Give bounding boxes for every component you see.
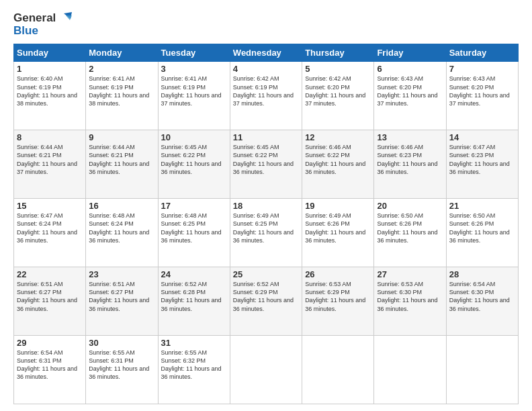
day-info: Sunrise: 6:53 AMSunset: 6:29 PMDaylight:… [305,280,371,313]
day-info: Sunrise: 6:45 AMSunset: 6:22 PMDaylight:… [233,143,299,176]
calendar-cell: 30Sunrise: 6:55 AMSunset: 6:31 PMDayligh… [86,336,158,404]
day-info: Sunrise: 6:47 AMSunset: 6:24 PMDaylight:… [17,212,83,244]
calendar-cell: 29Sunrise: 6:54 AMSunset: 6:31 PMDayligh… [14,336,86,404]
day-number: 15 [17,201,83,211]
day-info: Sunrise: 6:53 AMSunset: 6:30 PMDaylight:… [377,280,443,313]
day-number: 11 [233,132,299,142]
calendar-cell: 13Sunrise: 6:46 AMSunset: 6:23 PMDayligh… [374,130,446,199]
calendar-cell: 15Sunrise: 6:47 AMSunset: 6:24 PMDayligh… [14,199,86,267]
day-number: 24 [161,269,227,279]
calendar-week-1: 1Sunrise: 6:40 AMSunset: 6:19 PMDaylight… [14,62,519,130]
calendar-cell: 20Sunrise: 6:50 AMSunset: 6:26 PMDayligh… [374,199,446,267]
day-info: Sunrise: 6:50 AMSunset: 6:26 PMDaylight:… [449,212,515,244]
day-number: 6 [377,64,443,74]
day-number: 8 [17,132,83,142]
logo-text-general: General [13,12,56,25]
calendar-cell: 21Sunrise: 6:50 AMSunset: 6:26 PMDayligh… [446,199,518,267]
day-number: 23 [89,269,154,279]
col-header-tuesday: Tuesday [158,44,230,62]
day-info: Sunrise: 6:44 AMSunset: 6:21 PMDaylight:… [17,143,83,176]
day-info: Sunrise: 6:51 AMSunset: 6:27 PMDaylight:… [17,280,83,313]
day-number: 31 [161,338,227,348]
day-number: 22 [17,269,83,279]
calendar-cell [302,336,374,404]
calendar-cell: 17Sunrise: 6:48 AMSunset: 6:25 PMDayligh… [158,199,230,267]
day-number: 21 [449,201,515,211]
calendar-week-5: 29Sunrise: 6:54 AMSunset: 6:31 PMDayligh… [14,336,519,404]
calendar-cell: 11Sunrise: 6:45 AMSunset: 6:22 PMDayligh… [230,130,302,199]
day-info: Sunrise: 6:42 AMSunset: 6:20 PMDaylight:… [305,75,371,107]
calendar-cell: 18Sunrise: 6:49 AMSunset: 6:25 PMDayligh… [230,199,302,267]
calendar-cell: 5Sunrise: 6:42 AMSunset: 6:20 PMDaylight… [302,62,374,130]
day-number: 10 [161,132,227,142]
calendar-cell: 2Sunrise: 6:41 AMSunset: 6:19 PMDaylight… [86,62,158,130]
calendar-cell: 25Sunrise: 6:52 AMSunset: 6:29 PMDayligh… [230,267,302,336]
calendar-cell: 6Sunrise: 6:43 AMSunset: 6:20 PMDaylight… [374,62,446,130]
day-number: 16 [89,201,154,211]
calendar-cell: 12Sunrise: 6:46 AMSunset: 6:22 PMDayligh… [302,130,374,199]
calendar-week-3: 15Sunrise: 6:47 AMSunset: 6:24 PMDayligh… [14,199,519,267]
day-info: Sunrise: 6:41 AMSunset: 6:19 PMDaylight:… [161,75,227,107]
day-number: 25 [233,269,299,279]
day-info: Sunrise: 6:52 AMSunset: 6:28 PMDaylight:… [161,280,227,313]
day-number: 9 [89,132,154,142]
day-number: 12 [305,132,371,142]
day-info: Sunrise: 6:48 AMSunset: 6:25 PMDaylight:… [161,212,227,244]
logo-text-blue: Blue [13,25,38,38]
col-header-monday: Monday [86,44,158,62]
day-number: 19 [305,201,371,211]
calendar-cell: 7Sunrise: 6:43 AMSunset: 6:20 PMDaylight… [446,62,518,130]
calendar-week-2: 8Sunrise: 6:44 AMSunset: 6:21 PMDaylight… [14,130,519,199]
day-info: Sunrise: 6:52 AMSunset: 6:29 PMDaylight:… [233,280,299,313]
calendar-cell: 1Sunrise: 6:40 AMSunset: 6:19 PMDaylight… [14,62,86,130]
day-info: Sunrise: 6:42 AMSunset: 6:19 PMDaylight:… [233,75,299,107]
day-info: Sunrise: 6:49 AMSunset: 6:26 PMDaylight:… [305,212,371,244]
calendar-week-4: 22Sunrise: 6:51 AMSunset: 6:27 PMDayligh… [14,267,519,336]
calendar-cell: 27Sunrise: 6:53 AMSunset: 6:30 PMDayligh… [374,267,446,336]
calendar-cell: 22Sunrise: 6:51 AMSunset: 6:27 PMDayligh… [14,267,86,336]
calendar-cell [446,336,518,404]
day-number: 28 [449,269,515,279]
day-number: 17 [161,201,227,211]
day-info: Sunrise: 6:50 AMSunset: 6:26 PMDaylight:… [377,212,443,244]
calendar-cell: 3Sunrise: 6:41 AMSunset: 6:19 PMDaylight… [158,62,230,130]
calendar-cell: 10Sunrise: 6:45 AMSunset: 6:22 PMDayligh… [158,130,230,199]
day-number: 30 [89,338,154,348]
calendar-cell: 23Sunrise: 6:51 AMSunset: 6:27 PMDayligh… [86,267,158,336]
day-number: 5 [305,64,371,74]
day-info: Sunrise: 6:41 AMSunset: 6:19 PMDaylight:… [89,75,154,107]
day-number: 14 [449,132,515,142]
day-info: Sunrise: 6:43 AMSunset: 6:20 PMDaylight:… [377,75,443,107]
col-header-sunday: Sunday [14,44,86,62]
day-info: Sunrise: 6:44 AMSunset: 6:21 PMDaylight:… [89,143,154,176]
calendar-cell: 16Sunrise: 6:48 AMSunset: 6:24 PMDayligh… [86,199,158,267]
calendar-cell: 9Sunrise: 6:44 AMSunset: 6:21 PMDaylight… [86,130,158,199]
day-number: 20 [377,201,443,211]
day-info: Sunrise: 6:54 AMSunset: 6:31 PMDaylight:… [17,349,83,381]
day-info: Sunrise: 6:55 AMSunset: 6:31 PMDaylight:… [89,349,154,381]
day-info: Sunrise: 6:46 AMSunset: 6:23 PMDaylight:… [377,143,443,176]
day-info: Sunrise: 6:46 AMSunset: 6:22 PMDaylight:… [305,143,371,176]
day-number: 2 [89,64,154,74]
day-info: Sunrise: 6:51 AMSunset: 6:27 PMDaylight:… [89,280,154,313]
calendar-table: SundayMondayTuesdayWednesdayThursdayFrid… [13,44,519,404]
calendar-cell: 26Sunrise: 6:53 AMSunset: 6:29 PMDayligh… [302,267,374,336]
header: General Blue [13,12,519,37]
logo: General Blue [13,12,72,37]
calendar-cell [230,336,302,404]
day-number: 4 [233,64,299,74]
day-info: Sunrise: 6:47 AMSunset: 6:23 PMDaylight:… [449,143,515,176]
day-number: 13 [377,132,443,142]
calendar-cell: 31Sunrise: 6:55 AMSunset: 6:32 PMDayligh… [158,336,230,404]
col-header-friday: Friday [374,44,446,62]
page: General Blue SundayMondayTuesdayWednesda… [0,0,532,411]
day-info: Sunrise: 6:40 AMSunset: 6:19 PMDaylight:… [17,75,83,107]
svg-marker-1 [66,15,72,20]
day-info: Sunrise: 6:45 AMSunset: 6:22 PMDaylight:… [161,143,227,176]
calendar-cell: 24Sunrise: 6:52 AMSunset: 6:28 PMDayligh… [158,267,230,336]
day-info: Sunrise: 6:48 AMSunset: 6:24 PMDaylight:… [89,212,154,244]
day-info: Sunrise: 6:54 AMSunset: 6:30 PMDaylight:… [449,280,515,313]
day-number: 18 [233,201,299,211]
day-number: 7 [449,64,515,74]
calendar-header-row: SundayMondayTuesdayWednesdayThursdayFrid… [14,44,519,62]
